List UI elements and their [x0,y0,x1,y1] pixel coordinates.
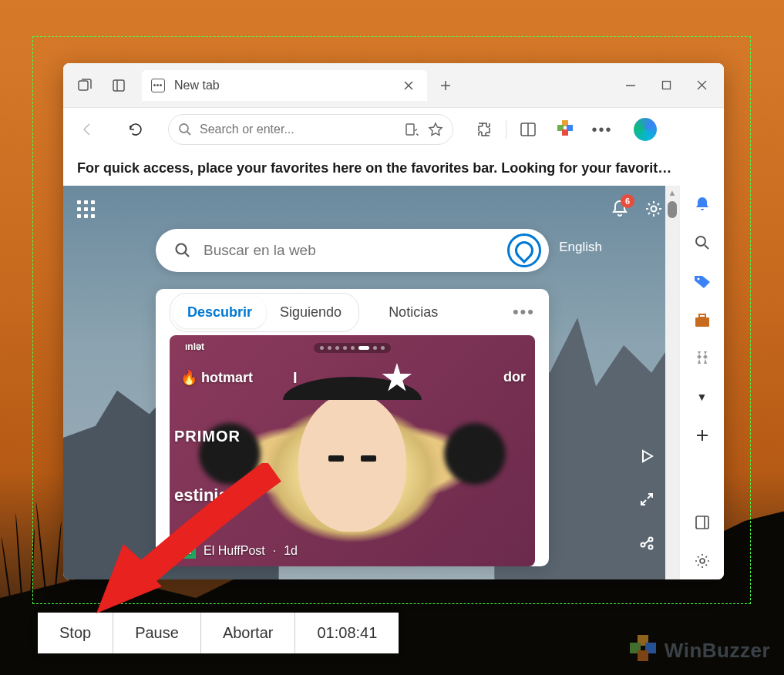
media-controls [633,442,661,556]
newtab-icon [151,79,165,92]
browser-window: New tab ••• For quick access, place your… [63,63,724,579]
read-aloud-icon[interactable] [405,122,420,137]
sidebar-expand-icon[interactable]: ▼ [691,386,713,408]
favorites-bar-hint: For quick access, place your favorites h… [63,151,724,186]
split-screen-icon[interactable] [513,114,543,145]
maximize-button[interactable] [648,70,684,101]
page-content: 6 English Descubrir Siguiendo Noticias •… [63,186,679,579]
svg-point-17 [177,244,187,254]
tab-discover[interactable]: Descubrir [173,297,266,328]
language-selector[interactable]: English [559,240,602,255]
toolbar: ••• [63,108,724,151]
brand-dor: dor [503,369,526,385]
pause-button[interactable]: Pause [113,613,201,653]
sidebar-tools-icon[interactable] [691,309,713,331]
search-icon [174,242,191,259]
favorite-star-icon[interactable] [428,122,443,137]
tab-title: New tab [174,79,390,92]
article-source: El HuffPost [204,544,265,558]
content-scrollbar[interactable]: ▲ [665,186,679,579]
notification-badge: 6 [621,194,634,208]
notifications-button[interactable]: 6 [608,197,631,220]
expand-icon[interactable] [633,485,661,513]
tab-following[interactable]: Siguiendo [266,297,355,328]
refresh-button[interactable] [122,116,150,143]
watermark: WinBuzzer [628,635,770,666]
abort-button[interactable]: Abortar [201,613,296,653]
svg-line-25 [705,245,708,249]
sidebar-notifications-icon[interactable] [691,193,713,215]
recorder-toolbar: Stop Pause Abortar 01:08:41 [38,613,399,653]
watermark-logo-icon [628,635,658,666]
brand-destinia: estinia [174,485,228,505]
tab-news[interactable]: Noticias [375,297,452,328]
brand-hotmart: 🔥 hotmart [180,369,253,386]
svg-point-11 [180,124,188,133]
sidebar-games-icon[interactable] [691,348,713,369]
new-tab-button[interactable] [430,70,461,101]
web-search-input[interactable] [204,242,495,259]
source-icon: H [180,543,196,559]
svg-rect-31 [696,516,708,529]
recorder-time: 01:08:41 [295,613,399,653]
svg-rect-27 [695,317,709,327]
browser-tab[interactable]: New tab [142,70,427,101]
article-media[interactable]: ınlǝt 🔥 hotmart I dor PRIMOR estinia H E… [170,335,535,566]
brand-inlet: ınlǝt [185,341,204,352]
workspaces-icon[interactable] [68,69,102,102]
svg-line-12 [187,132,190,135]
apps-grid-icon[interactable] [77,200,95,218]
brand-primor: PRIMOR [174,428,241,445]
sidebar-search-icon[interactable] [691,232,713,254]
sidebar-add-icon[interactable] [691,425,713,446]
svg-point-33 [700,559,705,563]
back-button[interactable] [74,116,102,143]
watermark-text: WinBuzzer [665,639,770,663]
stop-button[interactable]: Stop [38,613,113,653]
close-window-button[interactable] [684,70,719,101]
feed-more-icon[interactable]: ••• [513,302,535,322]
svg-rect-0 [79,81,88,90]
svg-rect-1 [113,80,124,91]
article-meta: H El HuffPost · 1d [180,543,298,559]
tab-actions-icon[interactable] [102,69,136,102]
minimize-button[interactable] [613,70,648,101]
svg-marker-19 [643,451,652,462]
svg-point-26 [697,278,699,280]
edge-sidebar: ▼ [679,186,724,579]
share-icon[interactable] [633,529,661,556]
sidebar-layout-icon[interactable] [691,512,713,533]
svg-point-16 [651,207,657,212]
svg-point-22 [649,546,653,549]
news-card: Descubrir Siguiendo Noticias ••• ınlǝt 🔥… [156,289,549,566]
gear-icon [644,199,664,219]
sidebar-settings-icon[interactable] [691,550,713,572]
svg-line-23 [644,540,649,544]
extensions-icon[interactable] [469,114,500,145]
web-search-bar[interactable] [156,229,549,272]
address-bar[interactable] [168,114,453,145]
feed-header: 6 [63,193,679,224]
profile-icon[interactable] [550,114,580,145]
svg-rect-8 [662,82,670,89]
play-icon[interactable] [633,442,661,470]
svg-rect-13 [406,124,414,135]
feed-tabs: Descubrir Siguiendo Noticias ••• [156,289,549,335]
brand-I: I [293,369,298,387]
menu-button[interactable]: ••• [587,114,617,145]
search-icon [178,123,192,136]
address-input[interactable] [200,123,397,136]
sidebar-shopping-icon[interactable] [691,270,713,292]
carousel-dots[interactable] [314,343,391,353]
titlebar: New tab [63,63,724,108]
svg-rect-28 [699,314,705,317]
svg-point-24 [696,237,705,246]
article-age: 1d [284,544,298,558]
bing-chat-icon[interactable] [507,233,541,267]
svg-line-18 [185,253,189,257]
close-tab-button[interactable] [399,76,418,95]
copilot-icon[interactable] [630,114,661,145]
toolbar-separator [506,120,506,139]
feed-settings-button[interactable] [642,197,665,220]
